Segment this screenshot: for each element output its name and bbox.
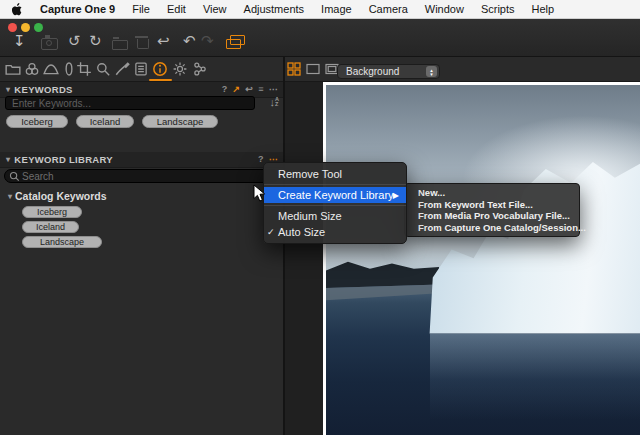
undo-icon[interactable]: ↶ xyxy=(183,33,196,49)
stepper-icon[interactable]: ▴ ▾ xyxy=(426,66,437,77)
collapse-chevron-icon[interactable]: ▾ xyxy=(6,155,10,164)
tab-brush-icon[interactable] xyxy=(114,61,130,77)
tab-color-icon[interactable] xyxy=(24,61,40,77)
multi-view-icon[interactable] xyxy=(287,62,301,80)
zoom-window-button[interactable] xyxy=(34,23,43,32)
keyword-tag[interactable]: Landscape xyxy=(142,115,218,128)
library-keyword[interactable]: Iceland xyxy=(22,221,79,233)
mouse-cursor xyxy=(253,184,266,207)
sort-z: Z xyxy=(275,102,279,107)
close-window-button[interactable] xyxy=(8,23,17,32)
tab-library-icon[interactable] xyxy=(5,61,21,77)
reset-icon[interactable]: ↩ xyxy=(245,85,253,94)
submenu-item-from-catalog-session[interactable]: From Capture One Catalog/Session... xyxy=(405,222,579,234)
iceberg-photo xyxy=(323,82,640,435)
keyword-library-header: ▾ KEYWORD LIBRARY ? ⋯ xyxy=(0,152,283,168)
tab-lens-icon[interactable] xyxy=(61,61,77,77)
rotate-right-icon[interactable]: ↻ xyxy=(89,33,102,49)
background-select[interactable]: Background ▴ ▾ xyxy=(337,64,440,79)
menu-image[interactable]: Image xyxy=(321,3,352,15)
tool-tab-strip xyxy=(0,57,640,82)
main-toolbar: ↧ ↺ ↻ ↩ ↶ ↷ xyxy=(0,19,640,57)
menu-item-create-keyword-library[interactable]: Create Keyword Library ▶ xyxy=(264,187,406,203)
library-search-input[interactable] xyxy=(20,170,254,183)
tab-info-icon-active[interactable] xyxy=(152,61,168,77)
more-icon[interactable]: ⋯ xyxy=(269,85,278,94)
keyword-tag[interactable]: Iceland xyxy=(76,115,134,128)
help-icon[interactable]: ? xyxy=(222,85,228,94)
active-tab-underline xyxy=(149,79,172,81)
menu-camera[interactable]: Camera xyxy=(369,3,408,15)
capture-one-window: Capture One 9 File Edit View Adjustments… xyxy=(0,0,640,435)
catalog-keywords-label: Catalog Keywords xyxy=(15,190,107,202)
submenu-item-from-media-pro[interactable]: From Media Pro Vocabulary File... xyxy=(405,210,579,222)
check-icon: ✓ xyxy=(267,227,275,237)
apple-icon[interactable] xyxy=(12,3,23,16)
trash-icon[interactable] xyxy=(137,39,149,49)
export-folder-icon[interactable] xyxy=(112,40,128,50)
menu-item-medium-size[interactable]: Medium Size xyxy=(264,208,406,224)
submenu-arrow-icon: ▶ xyxy=(393,191,399,200)
sort-keywords-icon[interactable]: ↓ AZ xyxy=(270,96,279,108)
tab-crop-icon[interactable] xyxy=(76,61,92,77)
menu-help[interactable]: Help xyxy=(532,3,555,15)
reset-adjustments-icon[interactable]: ↩ xyxy=(157,33,170,49)
submenu-item-from-keyword-text-file[interactable]: From Keyword Text File... xyxy=(405,199,579,211)
keyword-library-title: KEYWORD LIBRARY xyxy=(14,154,113,165)
library-keyword[interactable]: Iceberg xyxy=(22,206,82,218)
tab-loupe-icon[interactable] xyxy=(95,61,111,77)
library-keyword[interactable]: Landscape xyxy=(22,236,102,248)
single-view-icon[interactable] xyxy=(306,62,320,80)
submenu-item-new[interactable]: New... xyxy=(405,187,579,199)
help-icon[interactable]: ? xyxy=(258,155,264,164)
capture-icon[interactable] xyxy=(41,38,58,50)
background-select-value: Background xyxy=(346,66,399,77)
menu-item-auto-size[interactable]: ✓ Auto Size xyxy=(264,224,406,240)
search-icon xyxy=(9,171,20,182)
catalog-keywords-node[interactable]: ▾ Catalog Keywords xyxy=(8,190,107,202)
menu-window[interactable]: Window xyxy=(425,3,464,15)
tree-chevron-icon: ▾ xyxy=(8,192,12,201)
menu-item-label: Auto Size xyxy=(278,226,325,238)
photo-reflection xyxy=(430,334,640,435)
create-keyword-library-submenu: New... From Keyword Text File... From Me… xyxy=(404,183,580,237)
enter-keywords-input[interactable] xyxy=(5,96,255,110)
keyword-tag[interactable]: Iceberg xyxy=(6,115,68,128)
tab-exposure-icon[interactable] xyxy=(43,61,59,77)
apply-arrow-icon[interactable]: ↗ xyxy=(232,85,240,94)
copy-settings-icon[interactable] xyxy=(226,39,241,49)
redo-icon[interactable]: ↷ xyxy=(201,33,214,49)
menubar: Capture One 9 File Edit View Adjustments… xyxy=(0,0,640,19)
menu-separator xyxy=(264,184,406,185)
keyword-tags: Iceberg Iceland Landscape xyxy=(6,115,218,128)
presets-icon[interactable]: ≡ xyxy=(258,85,264,94)
menu-adjustments[interactable]: Adjustments xyxy=(244,3,305,15)
tab-settings-icon[interactable] xyxy=(172,61,188,77)
rotate-left-icon[interactable]: ↺ xyxy=(68,33,81,49)
menu-separator xyxy=(264,205,406,206)
tool-context-menu: Remove Tool Create Keyword Library ▶ Med… xyxy=(263,162,407,244)
library-search xyxy=(4,169,279,183)
menu-edit[interactable]: Edit xyxy=(167,3,186,15)
menu-scripts[interactable]: Scripts xyxy=(481,3,515,15)
menu-file[interactable]: File xyxy=(132,3,150,15)
menu-item-label: Create Keyword Library xyxy=(278,189,394,201)
app-title[interactable]: Capture One 9 xyxy=(40,3,115,15)
keywords-title: KEYWORDS xyxy=(14,84,72,95)
minimize-window-button[interactable] xyxy=(21,23,30,32)
left-panel: ▾ KEYWORDS ? ↗ ↩ ≡ ⋯ ↓ AZ Iceberg Icelan… xyxy=(0,82,283,435)
tab-metadata-icon[interactable] xyxy=(133,61,149,77)
collapse-chevron-icon[interactable]: ▾ xyxy=(6,85,10,94)
menu-view[interactable]: View xyxy=(203,3,227,15)
stepper-down-icon: ▾ xyxy=(430,72,433,76)
import-icon[interactable]: ↧ xyxy=(13,33,26,49)
menu-item-remove-tool[interactable]: Remove Tool xyxy=(264,166,406,182)
tab-output-icon[interactable] xyxy=(192,61,208,77)
